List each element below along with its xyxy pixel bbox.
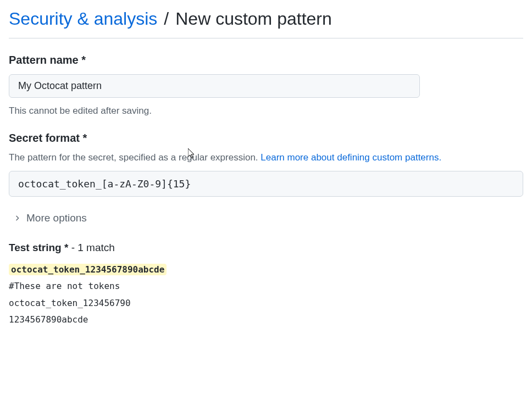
learn-more-link[interactable]: Learn more about defining custom pattern… — [261, 152, 441, 163]
secret-format-label: Secret format * — [9, 132, 523, 145]
test-string-label-text: Test string * — [9, 242, 68, 253]
test-string-line: 1234567890abcde — [9, 312, 523, 328]
breadcrumb-link-security[interactable]: Security & analysis — [9, 9, 157, 29]
test-string-label: Test string * - 1 match — [9, 242, 523, 254]
test-string-line: #These are not tokens — [9, 278, 523, 295]
page-header: Security & analysis / New custom pattern — [9, 9, 523, 38]
breadcrumb-separator: / — [164, 9, 169, 29]
test-string-line: octocat_token_123456790 — [9, 295, 523, 312]
secret-format-group: Secret format * The pattern for the secr… — [9, 132, 523, 197]
pattern-name-help: This cannot be edited after saving. — [9, 105, 523, 116]
breadcrumb-current: New custom pattern — [175, 9, 332, 29]
test-string-line: octocat_token_1234567890abcde — [9, 262, 523, 278]
pattern-name-input[interactable] — [9, 74, 420, 98]
secret-format-input[interactable] — [9, 171, 523, 197]
test-string-group: Test string * - 1 match octocat_token_12… — [9, 242, 523, 329]
secret-format-description: The pattern for the secret, specified as… — [9, 152, 523, 163]
secret-format-description-text: The pattern for the secret, specified as… — [9, 152, 261, 163]
test-string-match-count: - 1 match — [68, 242, 114, 253]
chevron-right-icon — [13, 214, 21, 222]
matched-token: octocat_token_1234567890abcde — [9, 264, 167, 275]
test-string-area[interactable]: octocat_token_1234567890abcde#These are … — [9, 262, 523, 329]
pattern-name-group: Pattern name * This cannot be edited aft… — [9, 54, 523, 116]
pattern-name-label: Pattern name * — [9, 54, 523, 66]
more-options-label: More options — [26, 212, 87, 224]
more-options-toggle[interactable]: More options — [9, 212, 523, 224]
